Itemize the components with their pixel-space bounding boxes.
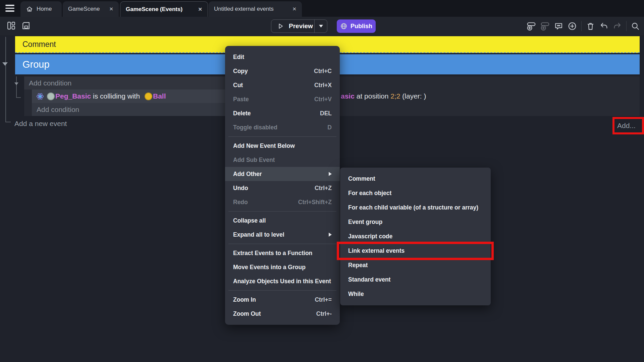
menu-item-label: Add Other [233, 171, 262, 178]
menu-item-expand-all-to-level[interactable]: Expand all to level [225, 228, 340, 242]
play-icon [276, 22, 284, 30]
context-menu: EditCopyCtrl+CCutCtrl+XPasteCtrl+VDelete… [225, 46, 340, 325]
redo-icon[interactable] [613, 22, 622, 31]
menu-item-label: Collapse all [233, 217, 266, 224]
menu-item-zoom-in[interactable]: Zoom InCtrl+= [225, 293, 340, 307]
tab-gamescene-events[interactable]: GameScene (Events) [120, 1, 208, 17]
menu-item-shortcut: D [327, 124, 332, 131]
menu-item-shortcut: Ctrl+Z [315, 185, 332, 192]
menu-item-label: Paste [233, 96, 249, 103]
menu-item-shortcut: Ctrl+= [315, 296, 332, 303]
menu-item-label: Comment [348, 175, 375, 182]
menu-item-javascript-code[interactable]: Javascript code [340, 229, 491, 244]
menu-item-add-sub-event[interactable]: Add Sub Event [225, 153, 340, 167]
add-sub-event-icon[interactable] [540, 21, 550, 31]
tab-untitled-external-events[interactable]: Untitled external events [209, 1, 302, 17]
project-manager-panels-icon[interactable] [7, 21, 16, 30]
publish-button[interactable]: Publish [337, 19, 376, 33]
preview-label: Preview [289, 22, 313, 30]
close-icon[interactable] [292, 6, 297, 12]
toolbar-right-icons [527, 19, 640, 33]
menu-item-toggle-disabled[interactable]: Toggle disabledD [225, 120, 340, 134]
menu-item-label: For each object [348, 190, 391, 197]
delete-icon[interactable] [586, 22, 595, 31]
menu-item-redo[interactable]: RedoCtrl+Shift+Z [225, 195, 340, 209]
add-other-submenu: CommentFor each objectFor each child var… [340, 168, 491, 305]
menu-item-label: Link external events [348, 247, 405, 254]
object-thumbnail [145, 93, 152, 100]
menu-item-zoom-out[interactable]: Zoom OutCtrl+- [225, 307, 340, 321]
menu-item-label: Add New Event Below [233, 142, 295, 149]
add-button[interactable]: Add... [617, 122, 636, 130]
menu-item-label: Analyze Objects Used in this Event [233, 278, 331, 285]
menu-item-standard-event[interactable]: Standard event [340, 273, 491, 287]
menu-item-shortcut: Ctrl+X [314, 82, 332, 89]
menu-item-label: While [348, 291, 364, 298]
menu-item-event-group[interactable]: Event group [340, 215, 491, 229]
preview-options-dropdown[interactable] [315, 20, 327, 33]
menu-item-add-other[interactable]: Add Other [225, 167, 340, 181]
collapse-arrow-icon[interactable] [14, 82, 18, 85]
action-fragment[interactable]: asic at position 2;2 (layer: ) [341, 89, 426, 103]
text-segment: Peg_Basic [55, 92, 91, 100]
save-icon[interactable] [21, 21, 31, 30]
close-icon[interactable] [198, 6, 202, 12]
menu-item-shortcut: Ctrl+Shift+Z [298, 199, 332, 206]
menu-item-for-each-child-variable-of-a-structure-or-array[interactable]: For each child variable (of a structure … [340, 200, 491, 215]
menu-item-label: Standard event [348, 276, 390, 283]
menu-item-shortcut: Ctrl+- [316, 310, 332, 317]
menu-item-cut[interactable]: CutCtrl+X [225, 78, 340, 92]
publish-label: Publish [351, 23, 372, 30]
menu-item-label: For each child variable (of a structure … [348, 204, 478, 211]
menu-item-shortcut: Ctrl+C [314, 68, 332, 75]
tree-line [5, 37, 6, 122]
text-segment: (layer: ) [400, 92, 426, 100]
close-icon[interactable] [109, 6, 113, 12]
tab-label: GameScene [68, 6, 100, 12]
menu-item-label: Javascript code [348, 233, 392, 240]
tab-gamescene[interactable]: GameScene [63, 1, 119, 17]
chevron-down-icon [319, 25, 323, 27]
menu-item-label: Redo [233, 199, 248, 206]
text-segment: 2;2 [390, 92, 400, 100]
menu-item-copy[interactable]: CopyCtrl+C [225, 64, 340, 78]
menu-item-analyze-objects-used-in-this-event[interactable]: Analyze Objects Used in this Event [225, 274, 340, 288]
menu-separator [228, 211, 336, 212]
menu-item-move-events-into-a-group[interactable]: Move Events into a Group [225, 260, 340, 274]
tab-home[interactable]: Home [20, 1, 62, 17]
add-event-icon[interactable] [527, 21, 536, 31]
object-thumbnail [47, 93, 55, 100]
add-new-event-link[interactable]: Add a new event [14, 120, 67, 128]
menu-item-for-each-object[interactable]: For each object [340, 186, 491, 200]
menu-item-add-new-event-below[interactable]: Add New Event Below [225, 139, 340, 153]
menu-item-label: Cut [233, 82, 243, 89]
menu-item-collapse-all[interactable]: Collapse all [225, 214, 340, 228]
group-title: Group [22, 59, 50, 70]
menu-item-label: Toggle disabled [233, 124, 277, 131]
divider [581, 21, 582, 31]
menu-item-paste[interactable]: PasteCtrl+V [225, 92, 340, 106]
menu-item-delete[interactable]: DeleteDEL [225, 106, 340, 120]
menu-item-label: Extract Events to a Function [233, 250, 312, 257]
add-comment-icon[interactable] [554, 22, 563, 31]
add-other-event-icon[interactable] [568, 21, 577, 31]
menu-item-link-external-events[interactable]: Link external events [340, 244, 491, 258]
undo-icon[interactable] [599, 22, 608, 31]
menu-item-repeat[interactable]: Repeat [340, 258, 491, 273]
menu-item-edit[interactable]: Edit [225, 50, 340, 64]
menu-item-label: Expand all to level [233, 231, 284, 238]
collapse-arrow-icon[interactable] [2, 62, 8, 66]
tab-label: Home [37, 6, 52, 12]
menu-separator [228, 136, 336, 137]
menu-item-comment[interactable]: Comment [340, 172, 491, 186]
menu-item-label: Repeat [348, 262, 368, 269]
menu-item-extract-events-to-a-function[interactable]: Extract Events to a Function [225, 246, 340, 260]
comment-text: Comment [22, 40, 56, 49]
text-segment: Ball [153, 92, 166, 100]
menu-item-undo[interactable]: UndoCtrl+Z [225, 181, 340, 195]
preview-button[interactable]: Preview [271, 19, 327, 33]
search-icon[interactable] [631, 22, 640, 31]
menu-item-while[interactable]: While [340, 287, 491, 301]
main-menu-icon[interactable] [5, 5, 14, 12]
home-icon [26, 5, 33, 13]
